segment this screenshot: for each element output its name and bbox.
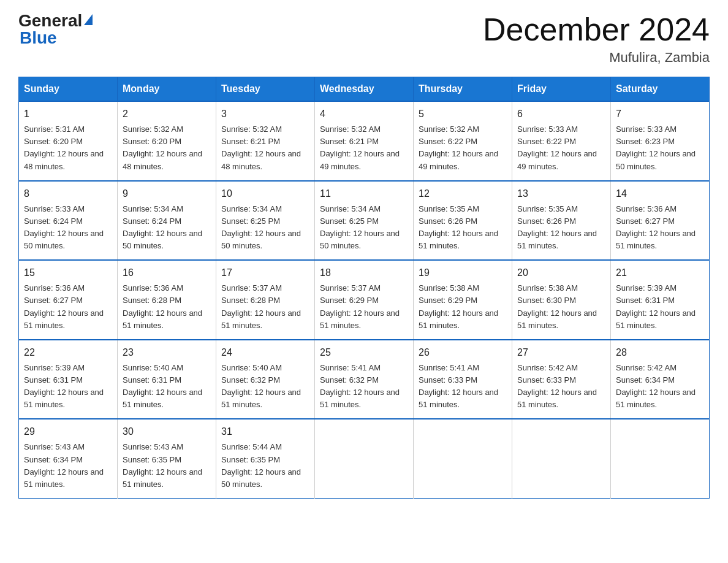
calendar-body: 1Sunrise: 5:31 AMSunset: 6:20 PMDaylight… [19, 101, 710, 498]
day-number: 31 [221, 424, 309, 439]
calendar-cell: 13Sunrise: 5:35 AMSunset: 6:26 PMDayligh… [512, 181, 611, 261]
day-info: Sunrise: 5:43 AMSunset: 6:35 PMDaylight:… [123, 441, 211, 491]
logo-triangle-icon [84, 14, 93, 25]
calendar-week-5: 29Sunrise: 5:43 AMSunset: 6:34 PMDayligh… [19, 419, 710, 498]
day-info: Sunrise: 5:44 AMSunset: 6:35 PMDaylight:… [221, 441, 309, 491]
calendar-header-sunday: Sunday [19, 77, 118, 102]
calendar-cell: 15Sunrise: 5:36 AMSunset: 6:27 PMDayligh… [19, 260, 118, 340]
day-number: 22 [24, 345, 112, 360]
calendar-cell: 4Sunrise: 5:32 AMSunset: 6:21 PMDaylight… [315, 101, 414, 181]
calendar-cell: 20Sunrise: 5:38 AMSunset: 6:30 PMDayligh… [512, 260, 611, 340]
calendar-header-friday: Friday [512, 77, 611, 102]
calendar-table: SundayMondayTuesdayWednesdayThursdayFrid… [18, 77, 710, 499]
calendar-cell: 18Sunrise: 5:37 AMSunset: 6:29 PMDayligh… [315, 260, 414, 340]
day-number: 14 [616, 186, 704, 201]
calendar-cell: 2Sunrise: 5:32 AMSunset: 6:20 PMDaylight… [118, 101, 216, 181]
day-number: 21 [616, 266, 704, 280]
day-info: Sunrise: 5:38 AMSunset: 6:29 PMDaylight:… [419, 282, 507, 332]
calendar-cell: 22Sunrise: 5:39 AMSunset: 6:31 PMDayligh… [19, 340, 118, 419]
day-number: 6 [517, 107, 605, 121]
day-info: Sunrise: 5:36 AMSunset: 6:27 PMDaylight:… [616, 203, 704, 253]
day-number: 28 [616, 345, 704, 360]
day-number: 13 [517, 186, 605, 201]
day-info: Sunrise: 5:40 AMSunset: 6:32 PMDaylight:… [221, 362, 309, 412]
day-number: 5 [419, 107, 507, 121]
day-number: 19 [419, 266, 507, 280]
day-number: 27 [517, 345, 605, 360]
day-number: 11 [320, 186, 408, 201]
day-number: 18 [320, 266, 408, 280]
day-number: 7 [616, 107, 704, 121]
calendar-cell: 25Sunrise: 5:41 AMSunset: 6:32 PMDayligh… [315, 340, 414, 419]
day-info: Sunrise: 5:33 AMSunset: 6:22 PMDaylight:… [517, 123, 605, 173]
day-number: 20 [517, 266, 605, 280]
day-info: Sunrise: 5:37 AMSunset: 6:29 PMDaylight:… [320, 282, 408, 332]
page-header: General Blue December 2024 Mufulira, Zam… [18, 12, 710, 66]
calendar-cell: 10Sunrise: 5:34 AMSunset: 6:25 PMDayligh… [216, 181, 315, 261]
day-info: Sunrise: 5:32 AMSunset: 6:22 PMDaylight:… [419, 123, 507, 173]
calendar-week-2: 8Sunrise: 5:33 AMSunset: 6:24 PMDaylight… [19, 181, 710, 261]
calendar-week-3: 15Sunrise: 5:36 AMSunset: 6:27 PMDayligh… [19, 260, 710, 340]
calendar-cell: 27Sunrise: 5:42 AMSunset: 6:33 PMDayligh… [512, 340, 611, 419]
day-number: 29 [24, 424, 112, 439]
day-info: Sunrise: 5:40 AMSunset: 6:31 PMDaylight:… [123, 362, 211, 412]
calendar-cell [414, 419, 512, 498]
day-info: Sunrise: 5:34 AMSunset: 6:25 PMDaylight:… [221, 203, 309, 253]
day-info: Sunrise: 5:34 AMSunset: 6:25 PMDaylight:… [320, 203, 408, 253]
calendar-cell: 29Sunrise: 5:43 AMSunset: 6:34 PMDayligh… [19, 419, 118, 498]
page-title: December 2024 [483, 12, 710, 47]
day-number: 3 [221, 107, 309, 121]
day-number: 23 [123, 345, 211, 360]
logo-general-text: General [18, 12, 82, 29]
day-number: 16 [123, 266, 211, 280]
day-number: 24 [221, 345, 309, 360]
logo: General Blue [18, 12, 93, 48]
day-info: Sunrise: 5:36 AMSunset: 6:28 PMDaylight:… [123, 282, 211, 332]
calendar-cell: 8Sunrise: 5:33 AMSunset: 6:24 PMDaylight… [19, 181, 118, 261]
day-number: 15 [24, 266, 112, 280]
day-info: Sunrise: 5:32 AMSunset: 6:21 PMDaylight:… [221, 123, 309, 173]
day-info: Sunrise: 5:42 AMSunset: 6:34 PMDaylight:… [616, 362, 704, 412]
day-info: Sunrise: 5:41 AMSunset: 6:32 PMDaylight:… [320, 362, 408, 412]
calendar-header-tuesday: Tuesday [216, 77, 315, 102]
day-info: Sunrise: 5:34 AMSunset: 6:24 PMDaylight:… [123, 203, 211, 253]
calendar-header-wednesday: Wednesday [315, 77, 414, 102]
day-info: Sunrise: 5:31 AMSunset: 6:20 PMDaylight:… [24, 123, 112, 173]
calendar-cell [315, 419, 414, 498]
day-number: 26 [419, 345, 507, 360]
day-number: 9 [123, 186, 211, 201]
calendar-cell: 28Sunrise: 5:42 AMSunset: 6:34 PMDayligh… [611, 340, 710, 419]
calendar-cell: 1Sunrise: 5:31 AMSunset: 6:20 PMDaylight… [19, 101, 118, 181]
day-info: Sunrise: 5:38 AMSunset: 6:30 PMDaylight:… [517, 282, 605, 332]
calendar-week-4: 22Sunrise: 5:39 AMSunset: 6:31 PMDayligh… [19, 340, 710, 419]
calendar-cell: 26Sunrise: 5:41 AMSunset: 6:33 PMDayligh… [414, 340, 512, 419]
calendar-cell: 16Sunrise: 5:36 AMSunset: 6:28 PMDayligh… [118, 260, 216, 340]
calendar-cell: 7Sunrise: 5:33 AMSunset: 6:23 PMDaylight… [611, 101, 710, 181]
day-info: Sunrise: 5:35 AMSunset: 6:26 PMDaylight:… [419, 203, 507, 253]
calendar-cell: 23Sunrise: 5:40 AMSunset: 6:31 PMDayligh… [118, 340, 216, 419]
calendar-cell [512, 419, 611, 498]
day-number: 25 [320, 345, 408, 360]
day-info: Sunrise: 5:36 AMSunset: 6:27 PMDaylight:… [24, 282, 112, 332]
calendar-cell: 9Sunrise: 5:34 AMSunset: 6:24 PMDaylight… [118, 181, 216, 261]
day-info: Sunrise: 5:43 AMSunset: 6:34 PMDaylight:… [24, 441, 112, 491]
calendar-week-1: 1Sunrise: 5:31 AMSunset: 6:20 PMDaylight… [19, 101, 710, 181]
day-info: Sunrise: 5:42 AMSunset: 6:33 PMDaylight:… [517, 362, 605, 412]
day-info: Sunrise: 5:35 AMSunset: 6:26 PMDaylight:… [517, 203, 605, 253]
day-info: Sunrise: 5:32 AMSunset: 6:21 PMDaylight:… [320, 123, 408, 173]
logo-blue-text: Blue [18, 28, 57, 48]
day-number: 30 [123, 424, 211, 439]
calendar-cell: 5Sunrise: 5:32 AMSunset: 6:22 PMDaylight… [414, 101, 512, 181]
day-number: 12 [419, 186, 507, 201]
calendar-header-row: SundayMondayTuesdayWednesdayThursdayFrid… [19, 77, 710, 102]
calendar-cell: 19Sunrise: 5:38 AMSunset: 6:29 PMDayligh… [414, 260, 512, 340]
calendar-cell: 21Sunrise: 5:39 AMSunset: 6:31 PMDayligh… [611, 260, 710, 340]
calendar-cell: 24Sunrise: 5:40 AMSunset: 6:32 PMDayligh… [216, 340, 315, 419]
calendar-cell: 17Sunrise: 5:37 AMSunset: 6:28 PMDayligh… [216, 260, 315, 340]
calendar-cell: 3Sunrise: 5:32 AMSunset: 6:21 PMDaylight… [216, 101, 315, 181]
day-number: 4 [320, 107, 408, 121]
day-info: Sunrise: 5:37 AMSunset: 6:28 PMDaylight:… [221, 282, 309, 332]
calendar-header-monday: Monday [118, 77, 216, 102]
calendar-cell: 14Sunrise: 5:36 AMSunset: 6:27 PMDayligh… [611, 181, 710, 261]
day-number: 2 [123, 107, 211, 121]
